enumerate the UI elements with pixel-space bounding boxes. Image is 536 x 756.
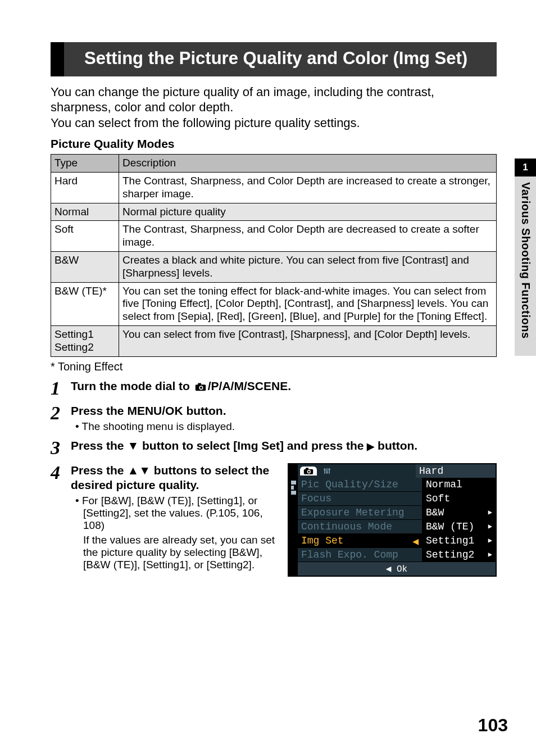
lcd-menu-item: Flash Expo. Comp <box>298 548 422 562</box>
lcd-menu-list: Pic Quality/Size Focus Exposure Metering… <box>298 478 422 562</box>
cell-type: B&W <box>51 252 119 283</box>
table-row: Hard The Contrast, Sharpness, and Color … <box>51 173 497 203</box>
cell-type: B&W (TE)* <box>51 282 119 325</box>
right-arrow-icon <box>367 439 374 452</box>
lcd-submenu-item: Setting1▶ <box>423 534 496 548</box>
table-footnote: * Toning Effect <box>51 360 497 373</box>
chapter-label: Various Shooting Functions <box>519 182 532 339</box>
lcd-menu-item: Focus <box>298 492 422 506</box>
lcd-submenu-item: Normal <box>423 478 496 492</box>
svg-point-3 <box>200 387 202 389</box>
lcd-submenu-list: Normal Soft B&W▶ B&W (TE)▶ Setting1▶ Set… <box>422 478 496 562</box>
cell-type: Soft <box>51 221 119 252</box>
side-tab: 1 Various Shooting Functions <box>515 159 536 356</box>
left-arrow-icon: ◀ <box>412 535 419 547</box>
picture-quality-table: Type Description Hard The Contrast, Shar… <box>51 154 497 356</box>
table-row: Setting1 Setting2 You can select from fi… <box>51 326 497 357</box>
step-title: Press the MENU/OK button. <box>71 404 497 418</box>
cell-desc: You can set the toning effect for black-… <box>119 282 497 325</box>
lcd-tab-setup <box>319 467 335 476</box>
right-arrow-icon: ▶ <box>488 522 492 531</box>
step-4: 4 Press the buttons to select the desire… <box>51 463 497 577</box>
step-sub: For [B&W], [B&W (TE)], [Setting1], or [S… <box>83 495 279 532</box>
svg-point-7 <box>308 470 310 472</box>
lcd-footer-hint: ◀ Ok <box>298 562 496 576</box>
svg-point-8 <box>324 469 326 471</box>
cell-desc: Creates a black and white picture. You c… <box>119 252 497 283</box>
step-sub: The shooting menu is displayed. <box>83 420 497 433</box>
lcd-tab-camera <box>300 467 317 476</box>
table-header-row: Type Description <box>51 155 497 173</box>
chapter-number: 1 <box>515 159 536 176</box>
table-row: B&W (TE)* You can set the toning effect … <box>51 282 497 325</box>
cell-desc: The Contrast, Sharpness, and Color Depth… <box>119 173 497 203</box>
instruction-steps: 1 Turn the mode dial to /P/A/M/SCENE. 2 … <box>51 379 497 577</box>
down-arrow-icon <box>139 464 151 477</box>
step-number: 2 <box>51 404 71 423</box>
lcd-submenu-item: B&W▶ <box>423 506 496 520</box>
camera-icon <box>193 379 208 392</box>
lcd-menu-item-selected: Img Set◀ <box>298 534 422 548</box>
camera-lcd-screenshot: Hard Pic Quality/Size Focus Exposure Met… <box>288 463 497 577</box>
step-sub: If the values are already set, you can s… <box>83 534 279 571</box>
intro-text: You can change the picture quality of an… <box>51 84 497 131</box>
svg-point-9 <box>326 471 328 473</box>
right-arrow-icon: ▶ <box>488 536 492 545</box>
table-row: B&W Creates a black and white picture. Y… <box>51 252 497 283</box>
lcd-submenu-item: B&W (TE)▶ <box>423 520 496 534</box>
cell-type: Normal <box>51 203 119 221</box>
right-arrow-icon: ▶ <box>488 508 492 517</box>
right-arrow-icon: ▶ <box>488 550 492 559</box>
cell-desc: The Contrast, Sharpness, and Color Depth… <box>119 221 497 252</box>
step-number: 1 <box>51 379 71 398</box>
step-title: Press the buttons to select the desired … <box>71 463 279 493</box>
cell-desc: You can select from five [Contrast], [Sh… <box>119 326 497 357</box>
manual-page: 1 Various Shooting Functions Setting the… <box>0 0 536 756</box>
cell-type: Setting1 Setting2 <box>51 326 119 357</box>
down-arrow-icon <box>127 439 139 452</box>
step-number: 4 <box>51 463 71 482</box>
lcd-submenu-header: Hard <box>416 464 496 478</box>
table-row: Soft The Contrast, Sharpness, and Color … <box>51 221 497 252</box>
lcd-tab-bar: Hard <box>298 464 496 478</box>
step-1: 1 Turn the mode dial to /P/A/M/SCENE. <box>51 379 497 398</box>
lcd-submenu-item: Setting2▶ <box>423 548 496 562</box>
lcd-submenu-item: Soft <box>423 492 496 506</box>
svg-rect-1 <box>198 383 201 386</box>
table-row: Normal Normal picture quality <box>51 203 497 221</box>
step-3: 3 Press the button to select [Img Set] a… <box>51 438 497 458</box>
svg-rect-5 <box>306 468 308 469</box>
up-arrow-icon <box>127 464 139 477</box>
lcd-menu-item: Pic Quality/Size <box>298 478 422 492</box>
cell-desc: Normal picture quality <box>119 203 497 221</box>
page-title: Setting the Picture Quality and Color (I… <box>51 42 497 76</box>
lcd-menu-item: Exposure Metering <box>298 506 422 520</box>
lcd-menu-item: Continuous Mode <box>298 520 422 534</box>
lcd-page-indicator <box>289 464 298 576</box>
page-number: 103 <box>478 715 508 736</box>
step-number: 3 <box>51 438 71 458</box>
th-desc: Description <box>119 155 497 173</box>
table-heading: Picture Quality Modes <box>51 137 497 151</box>
step-title: Turn the mode dial to /P/A/M/SCENE. <box>71 379 497 393</box>
step-title: Press the button to select [Img Set] and… <box>71 438 497 453</box>
step-2: 2 Press the MENU/OK button. The shooting… <box>51 404 497 433</box>
cell-type: Hard <box>51 173 119 203</box>
th-type: Type <box>51 155 119 173</box>
svg-point-10 <box>328 468 330 470</box>
